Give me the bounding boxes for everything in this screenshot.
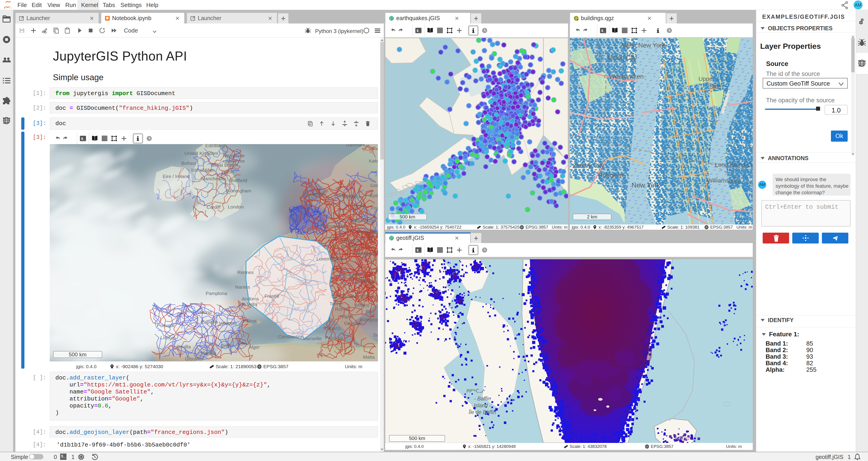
svg-text:Palma: Palma [243, 318, 257, 324]
svg-text:Jersey City: Jersey City [573, 162, 604, 169]
svg-text:Bydgoszcz: Bydgoszcz [370, 193, 378, 198]
svg-text:$_: $_ [416, 249, 421, 253]
svg-text:Side: Side [709, 83, 721, 90]
svg-text:Oran: Oran [221, 343, 231, 348]
svg-text:New York: New York [631, 182, 660, 189]
svg-text:Malta: Malta [363, 354, 375, 360]
svg-text:Portugal: Portugal [157, 323, 175, 328]
svg-text:Hamburg: Hamburg [335, 193, 354, 198]
svg-text:Napoli: Napoli [340, 314, 353, 319]
svg-text:Milano: Milano [355, 302, 369, 308]
svg-text:Eire / Ireland: Eire / Ireland [163, 174, 190, 179]
svg-text:Sarajevo: Sarajevo [373, 332, 378, 337]
svg-text:London: London [228, 204, 244, 209]
svg-text:Belfast: Belfast [181, 161, 196, 166]
svg-text:Düsseldorf: Düsseldorf [322, 223, 345, 229]
svg-text:Palermo: Palermo [325, 335, 343, 340]
svg-text:Malaga: Malaga [201, 350, 216, 356]
svg-text:Magdeburg: Magdeburg [350, 218, 374, 223]
svg-text:Birmingham: Birmingham [226, 188, 251, 193]
svg-text:Pamplona: Pamplona [206, 291, 227, 296]
svg-text:Danmark: Danmark [346, 144, 365, 147]
svg-text:Weehawken: Weehawken [609, 73, 644, 80]
svg-text:Monaco: Monaco [324, 326, 341, 331]
svg-text:Poznań: Poznań [371, 205, 378, 210]
svg-text:$_: $_ [601, 29, 606, 33]
svg-text:Lisboa: Lisboa [160, 335, 175, 340]
svg-text:Leeds: Leeds [221, 169, 235, 174]
svg-text:Rennes: Rennes [237, 270, 254, 275]
svg-text:Williamsburg: Williamsburg [707, 177, 741, 184]
svg-text:España: España [202, 319, 218, 324]
svg-text:Constantine: Constantine [278, 334, 303, 339]
svg-text:Long Island City: Long Island City [715, 161, 753, 168]
svg-text:Isle of Man: Isle of Man [191, 167, 215, 172]
svg-text:Island -: Island - [474, 402, 491, 408]
svg-text:Nürnberg: Nürnberg [356, 251, 376, 256]
svg-text:- Baffin: - Baffin [474, 396, 491, 402]
svg-text:Great Britain: Great Britain [211, 162, 238, 168]
svg-text:am Main: am Main [341, 243, 360, 249]
svg-text:Gibraltar: Gibraltar [185, 356, 203, 361]
svg-text:Valencia: Valencia [219, 321, 237, 326]
svg-text:Bologna: Bologna [360, 317, 378, 322]
svg-text:Sheffield: Sheffield [229, 178, 247, 183]
svg-text:$_: $_ [81, 137, 86, 141]
svg-text:Frankfurt: Frankfurt [341, 238, 360, 243]
svg-text:la Vella: la Vella [242, 301, 257, 307]
svg-text:Hoboken: Hoboken [598, 172, 623, 179]
svg-text:ᑭᑭᖅᑖᓗᒃ: ᑭᑭᖅᑖᓗᒃ [466, 389, 485, 393]
svg-text:Nantes: Nantes [235, 284, 250, 290]
svg-text:Edinburgh: Edinburgh [205, 144, 227, 148]
svg-text:Newcastle: Newcastle [223, 153, 245, 158]
svg-text:Schweiz/Suisse/Svizzera: Schweiz/Suisse/Svizzera [331, 293, 378, 299]
svg-text:Roma: Roma [335, 306, 348, 312]
svg-text:West New York: West New York [622, 42, 665, 49]
svg-text:Genova: Genova [344, 321, 361, 326]
svg-text:København: København [369, 158, 378, 164]
svg-text:Groningen: Groningen [304, 192, 326, 197]
svg-text:Andorra: Andorra [242, 296, 259, 301]
svg-text:Union City: Union City [608, 54, 637, 61]
svg-text:$_: $_ [416, 29, 421, 33]
svg-text:Stuttgart: Stuttgart [341, 272, 360, 277]
svg-text:Sevilla: Sevilla [177, 344, 191, 349]
svg-text:Marseille: Marseille [303, 336, 322, 341]
svg-text:Luxembourg: Luxembourg [316, 256, 343, 261]
svg-text:United Kingdom: United Kingdom [184, 151, 218, 156]
svg-text:Alger: Alger [249, 344, 260, 350]
svg-text:Wien: Wien [375, 267, 378, 273]
svg-text:Island: Island [675, 435, 689, 441]
svg-text:Île de Baffin: Île de Baffin [469, 409, 496, 415]
svg-text:Madrid: Madrid [197, 310, 212, 315]
svg-text:Dresden: Dresden [367, 234, 378, 239]
svg-text:Berlin: Berlin [354, 203, 366, 208]
svg-text:France: France [265, 293, 279, 299]
svg-text:München: München [355, 279, 374, 284]
svg-text:Gdańsk: Gdańsk [370, 183, 378, 188]
svg-text:Cardiff: Cardiff [207, 204, 221, 209]
svg-text:Upper: Upper [699, 75, 715, 82]
svg-text:Bari: Bari [366, 309, 374, 314]
svg-text:Manchester: Manchester [201, 176, 226, 181]
svg-text:Torino: Torino [330, 301, 342, 306]
